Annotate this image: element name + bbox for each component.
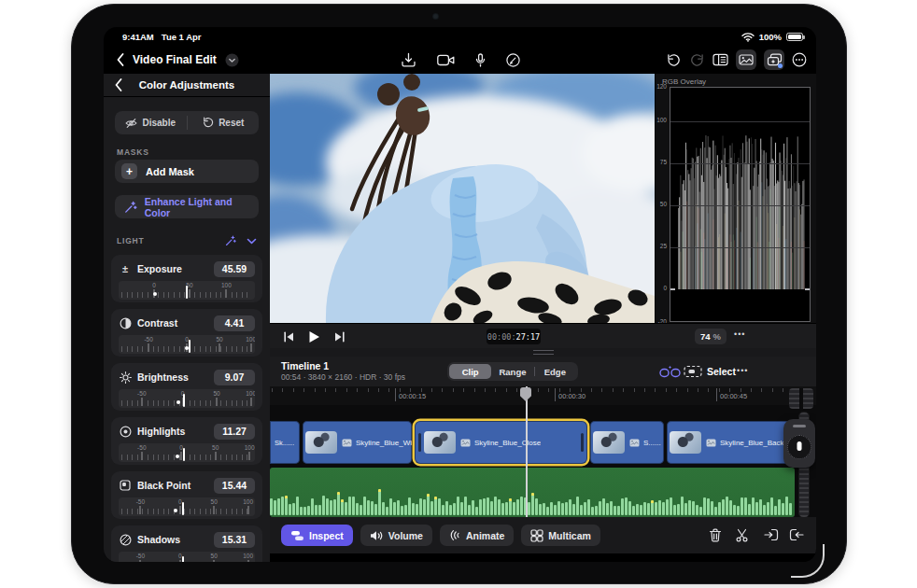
- battery-icon: [786, 33, 803, 41]
- collapse-chevron-icon[interactable]: [247, 238, 257, 245]
- slider-shadows[interactable]: Shadows 15.31 -50050100: [111, 525, 262, 562]
- audio-waveform-bar: [516, 499, 519, 515]
- clip-skyline-blue-close-selected[interactable]: Skyline_Blue_Close: [415, 421, 587, 464]
- audio-waveform-bar: [397, 500, 400, 515]
- clip-skyline-blue-wide[interactable]: Skyline_Blue_Wide: [303, 421, 412, 464]
- title-menu-chevron-icon[interactable]: [225, 53, 239, 67]
- timeline-more-button[interactable]: •••: [737, 366, 748, 375]
- volume-button[interactable]: Volume: [360, 525, 432, 546]
- add-mask-button[interactable]: + Add Mask: [115, 160, 259, 183]
- next-frame-icon[interactable]: [333, 331, 346, 343]
- audio-waveform-bar: [595, 506, 598, 515]
- wifi-icon: [741, 32, 755, 42]
- more-circle-icon[interactable]: [792, 52, 807, 67]
- multicam-button[interactable]: Multicam: [521, 525, 600, 546]
- clip-skyline-short[interactable]: S......: [590, 421, 664, 464]
- inspect-button[interactable]: Inspect: [281, 525, 353, 546]
- slider-value[interactable]: 9.07: [214, 370, 255, 385]
- audio-waveform-bar: [356, 503, 359, 515]
- animate-button[interactable]: Animate: [440, 525, 514, 546]
- mode-clip[interactable]: Clip: [449, 364, 491, 379]
- slider-value[interactable]: 11.27: [214, 424, 255, 440]
- slider-black-point[interactable]: Black Point 15.44 -50050100: [111, 471, 262, 519]
- front-camera: [432, 13, 439, 20]
- clip-skyline-blue-background[interactable]: Skyline_Blue_Backgroun: [667, 421, 793, 464]
- ruler-timecode-label: 00:00:15: [395, 392, 426, 400]
- selection-mode-icon[interactable]: [684, 365, 702, 378]
- slider-exposure[interactable]: ± Exposure 45.59 050100: [111, 255, 262, 302]
- microphone-icon[interactable]: [475, 53, 486, 67]
- select-button[interactable]: Select: [707, 366, 736, 377]
- audio-waveform-bar: [655, 502, 657, 515]
- audio-waveform-bar: [543, 503, 545, 515]
- battery-percent: 100%: [759, 32, 782, 42]
- play-icon[interactable]: [308, 330, 320, 343]
- audio-waveform-bar: [554, 505, 557, 515]
- scope-gridline: [670, 247, 810, 248]
- mode-edge[interactable]: Edge: [534, 364, 576, 379]
- slider-value[interactable]: 4.41: [214, 315, 255, 331]
- audio-waveform-bar: [494, 497, 497, 515]
- slider-highlights[interactable]: Highlights 11.27 -50050100: [111, 417, 262, 465]
- exposure-ruler[interactable]: 050100: [119, 281, 255, 300]
- contrast-ruler[interactable]: -50050100: [119, 335, 255, 354]
- highlights-ruler[interactable]: -50050100: [119, 443, 255, 462]
- clip-skyline-partial[interactable]: Sk......: [270, 421, 300, 464]
- black-point-ruler[interactable]: -50050100: [119, 497, 255, 516]
- light-heading: LIGHT: [117, 236, 145, 245]
- project-title[interactable]: Video Final Edit: [133, 53, 217, 66]
- timeline-ruler[interactable]: 00:00:1500:00:3000:00:45: [270, 386, 816, 405]
- slider-value[interactable]: 15.44: [214, 478, 255, 494]
- brightness-ruler[interactable]: -50050100: [119, 389, 255, 408]
- audio-waveform-bar: [625, 497, 628, 515]
- connect-clips-icon[interactable]: [659, 365, 681, 378]
- mode-range[interactable]: Range: [491, 364, 533, 379]
- media-library-pill[interactable]: [736, 49, 756, 70]
- jog-pointer: [797, 441, 802, 451]
- jog-wheel[interactable]: [783, 419, 815, 468]
- browser-panel-icon[interactable]: [712, 53, 728, 66]
- playhead-line[interactable]: [526, 386, 528, 517]
- undo-icon[interactable]: [666, 53, 682, 67]
- audio-waveform-bar: [445, 501, 448, 515]
- slider-contrast[interactable]: Contrast 4.41 -50050100: [111, 309, 262, 357]
- disable-reset-group: Disable Reset: [115, 111, 259, 134]
- reset-button[interactable]: Reset: [188, 111, 260, 134]
- audio-waveform-bar: [487, 497, 489, 515]
- delete-icon[interactable]: [709, 528, 722, 542]
- redo-icon[interactable]: [689, 53, 705, 67]
- audio-waveform-bar: [341, 499, 344, 515]
- light-wand-icon[interactable]: [225, 235, 236, 246]
- tick-major: [219, 343, 220, 352]
- import-icon[interactable]: [401, 52, 416, 67]
- trim-handle-left[interactable]: [418, 433, 421, 452]
- light-section-row: LIGHT: [104, 234, 270, 249]
- overwrite-clip-icon[interactable]: [789, 528, 804, 541]
- timeline-name: Timeline 1: [281, 360, 329, 371]
- shadows-ruler[interactable]: -50050100: [119, 552, 255, 562]
- audio-waveform-bar: [741, 497, 743, 515]
- timeline-zoom-grip[interactable]: [789, 388, 813, 409]
- shadows-icon: [120, 534, 132, 546]
- disable-button[interactable]: Disable: [115, 111, 187, 134]
- audio-waveform-bar: [382, 502, 385, 515]
- camera-icon[interactable]: [437, 54, 455, 66]
- slider-brightness[interactable]: Brightness 9.07 -50050100: [111, 363, 262, 411]
- slider-value[interactable]: 45.59: [214, 261, 255, 277]
- back-chevron-icon[interactable]: [117, 53, 124, 66]
- clips-stack-pill[interactable]: [764, 49, 784, 70]
- audio-track[interactable]: [270, 468, 795, 517]
- viewer-more-button[interactable]: •••: [734, 329, 745, 339]
- trim-handle-right[interactable]: [581, 433, 584, 452]
- slider-value[interactable]: 15.31: [214, 532, 255, 548]
- resize-handle[interactable]: [533, 350, 554, 355]
- insert-clip-icon[interactable]: [764, 528, 779, 541]
- pencil-annotate-icon[interactable]: [506, 53, 520, 67]
- viewer-zoom-button[interactable]: 74%: [695, 329, 727, 344]
- origin-dot: [176, 400, 180, 404]
- blade-cut-icon[interactable]: [735, 528, 749, 542]
- previous-frame-icon[interactable]: [283, 331, 295, 343]
- slider-label: Shadows: [137, 534, 180, 545]
- enhance-light-color-button[interactable]: Enhance Light and Color: [115, 195, 259, 218]
- panel-back-icon[interactable]: [115, 78, 122, 91]
